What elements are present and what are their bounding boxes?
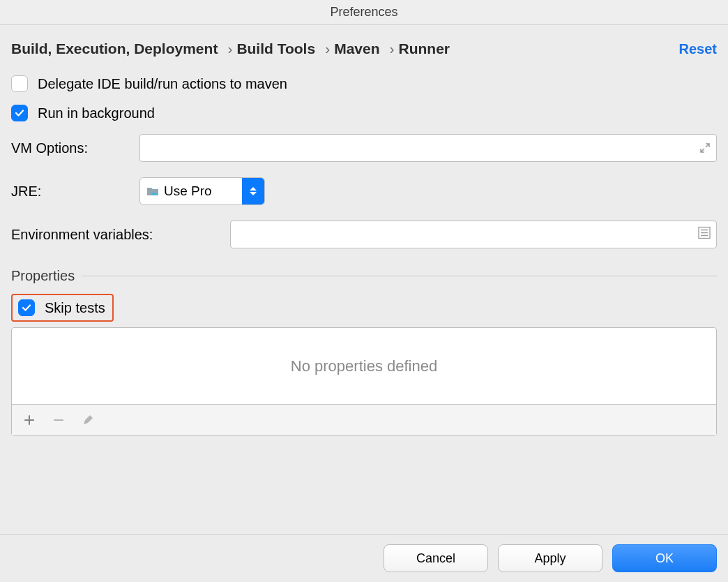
env-vars-label: Environment variables: <box>11 227 220 243</box>
add-button[interactable] <box>19 410 40 431</box>
folder-icon <box>146 184 160 198</box>
crumb-build-tools[interactable]: Build Tools <box>236 40 315 57</box>
pencil-icon <box>82 414 94 426</box>
jre-dropdown[interactable]: Use Pro <box>139 177 265 205</box>
jre-dropdown-body: Use Pro <box>140 184 242 199</box>
run-bg-checkbox-label: Run in background <box>38 105 155 121</box>
chevron-right-icon: › <box>390 40 395 57</box>
plus-icon <box>23 414 36 426</box>
skip-tests-label: Skip tests <box>45 300 105 316</box>
properties-section-title: Properties <box>11 268 75 284</box>
properties-toolbar <box>12 405 716 435</box>
breadcrumb: Build, Execution, Deployment › Build Too… <box>11 40 455 57</box>
vm-options-row: VM Options: <box>11 134 717 162</box>
jre-row: JRE: Use Pro <box>11 177 717 205</box>
list-icon[interactable] <box>698 227 711 243</box>
reset-link[interactable]: Reset <box>679 41 717 57</box>
svg-point-0 <box>151 193 157 195</box>
delegate-checkbox-row: Delegate IDE build/run actions to maven <box>11 75 717 92</box>
skip-tests-checkbox[interactable] <box>18 299 35 316</box>
chevron-right-icon: › <box>325 40 330 57</box>
skip-tests-highlight: Skip tests <box>11 294 114 322</box>
crumb-build-execution-deployment[interactable]: Build, Execution, Deployment <box>11 40 218 57</box>
cancel-button[interactable]: Cancel <box>384 544 488 572</box>
jre-label: JRE: <box>11 184 130 200</box>
crumb-maven[interactable]: Maven <box>334 40 379 57</box>
ok-button[interactable]: OK <box>612 544 717 572</box>
jre-dropdown-value: Use Pro <box>164 184 212 199</box>
window-title: Preferences <box>0 0 728 25</box>
expand-icon[interactable] <box>699 142 711 154</box>
apply-button[interactable]: Apply <box>498 544 602 572</box>
properties-section-header: Properties <box>11 268 717 284</box>
env-vars-row: Environment variables: <box>11 221 717 248</box>
vm-options-input[interactable] <box>139 134 717 162</box>
properties-panel: No properties defined <box>11 327 717 436</box>
dialog-footer: Cancel Apply OK <box>0 534 728 582</box>
edit-button[interactable] <box>77 410 98 431</box>
run-bg-checkbox-row: Run in background <box>11 105 717 121</box>
section-divider <box>82 276 717 276</box>
dropdown-arrows-icon[interactable] <box>242 178 264 204</box>
delegate-checkbox[interactable] <box>11 75 28 92</box>
delegate-checkbox-label: Delegate IDE build/run actions to maven <box>38 76 287 92</box>
remove-button[interactable] <box>48 410 69 431</box>
run-bg-checkbox[interactable] <box>11 105 28 121</box>
chevron-right-icon: › <box>227 40 232 57</box>
minus-icon <box>52 414 65 426</box>
properties-empty-text: No properties defined <box>12 328 716 405</box>
crumb-runner[interactable]: Runner <box>399 40 450 57</box>
preferences-content: Build, Execution, Deployment › Build Too… <box>0 25 728 534</box>
env-vars-input[interactable] <box>230 221 717 248</box>
breadcrumb-row: Build, Execution, Deployment › Build Too… <box>11 40 717 57</box>
vm-options-label: VM Options: <box>11 140 130 156</box>
